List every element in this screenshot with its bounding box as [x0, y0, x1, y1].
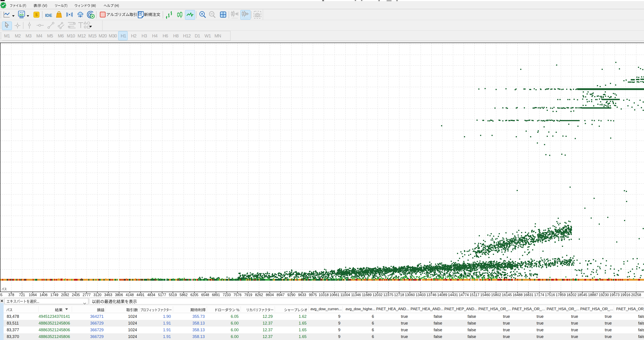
svg-text:$: $ — [35, 12, 38, 17]
